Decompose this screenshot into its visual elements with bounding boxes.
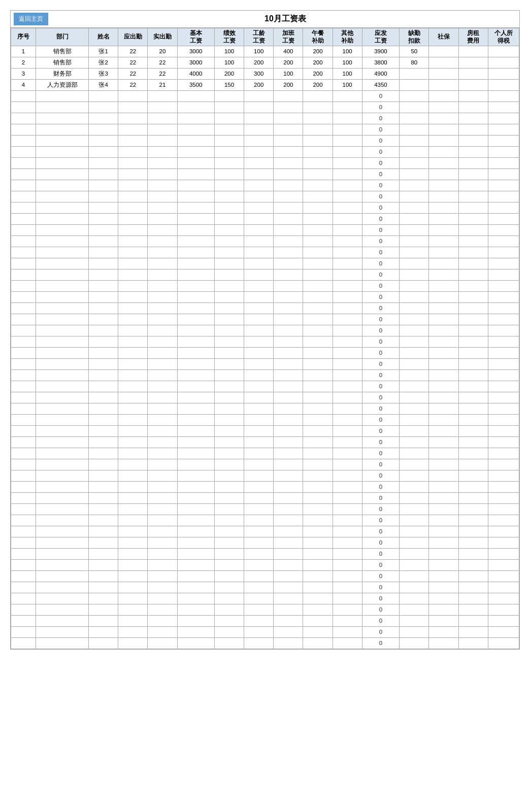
table-cell bbox=[400, 213, 429, 224]
table-cell bbox=[11, 202, 36, 213]
table-cell bbox=[333, 202, 362, 213]
table-cell bbox=[214, 515, 244, 526]
table-row: 0 bbox=[11, 425, 519, 436]
table-row: 0 bbox=[11, 481, 519, 492]
table-cell bbox=[303, 302, 333, 314]
table-cell bbox=[118, 403, 148, 414]
table-cell bbox=[333, 213, 362, 224]
table-cell bbox=[488, 582, 519, 593]
table-cell bbox=[148, 325, 177, 336]
table-cell bbox=[118, 570, 148, 582]
table-cell bbox=[214, 503, 244, 515]
table-cell: 1 bbox=[11, 46, 36, 57]
table-cell bbox=[148, 615, 177, 626]
table-cell: 0 bbox=[362, 637, 399, 649]
table-cell bbox=[488, 90, 519, 101]
table-cell bbox=[177, 314, 214, 325]
table-cell bbox=[333, 191, 362, 202]
table-cell bbox=[429, 637, 458, 649]
table-cell bbox=[36, 537, 88, 548]
table-cell bbox=[303, 235, 333, 247]
table-cell bbox=[458, 403, 488, 414]
table-cell bbox=[244, 224, 274, 235]
table-cell: 0 bbox=[362, 314, 399, 325]
table-cell bbox=[244, 448, 274, 459]
table-cell bbox=[333, 526, 362, 537]
table-cell: 80 bbox=[400, 57, 429, 68]
table-cell bbox=[333, 224, 362, 235]
table-cell bbox=[429, 425, 458, 436]
table-cell bbox=[36, 146, 88, 157]
table-cell bbox=[89, 593, 118, 604]
table-row: 0 bbox=[11, 414, 519, 425]
table-cell bbox=[333, 157, 362, 168]
table-cell bbox=[148, 492, 177, 503]
table-cell bbox=[214, 235, 244, 247]
table-cell bbox=[36, 191, 88, 202]
table-cell bbox=[148, 202, 177, 213]
table-row: 0 bbox=[11, 146, 519, 157]
table-cell bbox=[458, 392, 488, 403]
table-cell bbox=[177, 459, 214, 470]
table-cell bbox=[244, 101, 274, 113]
table-cell bbox=[214, 559, 244, 570]
table-cell: 3900 bbox=[362, 46, 399, 57]
table-cell bbox=[177, 124, 214, 135]
table-cell bbox=[400, 637, 429, 649]
table-cell bbox=[36, 168, 88, 180]
table-cell bbox=[458, 146, 488, 157]
table-cell bbox=[148, 247, 177, 258]
header-dept: 部门 bbox=[36, 28, 88, 46]
table-cell bbox=[429, 436, 458, 448]
table-cell bbox=[118, 515, 148, 526]
table-cell: 3000 bbox=[177, 46, 214, 57]
table-cell bbox=[244, 403, 274, 414]
table-cell bbox=[118, 101, 148, 113]
table-cell bbox=[400, 604, 429, 615]
table-cell bbox=[36, 302, 88, 314]
table-cell: 300 bbox=[244, 68, 274, 79]
table-cell bbox=[458, 235, 488, 247]
table-cell bbox=[458, 481, 488, 492]
table-cell bbox=[400, 269, 429, 280]
table-cell bbox=[303, 269, 333, 280]
table-cell bbox=[89, 492, 118, 503]
table-cell bbox=[488, 526, 519, 537]
table-cell bbox=[214, 615, 244, 626]
table-cell bbox=[400, 68, 429, 79]
table-cell bbox=[11, 314, 36, 325]
table-cell bbox=[148, 537, 177, 548]
table-cell bbox=[148, 224, 177, 235]
table-cell bbox=[458, 548, 488, 559]
table-cell bbox=[488, 235, 519, 247]
back-button[interactable]: 返回主页 bbox=[14, 13, 48, 25]
table-cell bbox=[400, 135, 429, 146]
table-cell bbox=[429, 582, 458, 593]
table-cell bbox=[89, 582, 118, 593]
header-ot-wage: 加班工资 bbox=[274, 28, 303, 46]
table-cell bbox=[89, 347, 118, 358]
table-cell bbox=[11, 336, 36, 347]
table-cell bbox=[488, 224, 519, 235]
table-cell bbox=[89, 269, 118, 280]
table-row: 0 bbox=[11, 101, 519, 113]
table-cell bbox=[36, 202, 88, 213]
table-cell bbox=[36, 224, 88, 235]
table-cell: 100 bbox=[214, 57, 244, 68]
table-cell bbox=[303, 369, 333, 381]
table-cell bbox=[118, 548, 148, 559]
table-cell bbox=[333, 381, 362, 392]
table-cell bbox=[303, 548, 333, 559]
table-cell bbox=[400, 358, 429, 369]
table-cell bbox=[244, 537, 274, 548]
table-cell bbox=[429, 470, 458, 481]
table-cell bbox=[214, 369, 244, 381]
table-cell: 100 bbox=[214, 46, 244, 57]
table-cell bbox=[148, 503, 177, 515]
table-cell bbox=[148, 604, 177, 615]
table-cell bbox=[400, 347, 429, 358]
table-cell: 200 bbox=[274, 79, 303, 90]
table-cell: 4350 bbox=[362, 79, 399, 90]
table-cell bbox=[177, 537, 214, 548]
table-cell bbox=[303, 213, 333, 224]
